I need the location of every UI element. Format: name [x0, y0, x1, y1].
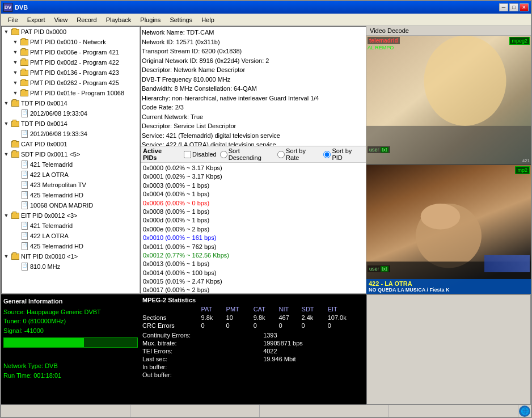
video-image-1	[366, 36, 531, 164]
tree-item-eit-425[interactable]: 📄 425 Telemadrid HD	[2, 241, 140, 251]
pid-row-14: 0x0017 (0.00% ~ 2 bps)	[143, 286, 364, 293]
run-time-line: Run Time: 001:18:01	[3, 371, 138, 381]
out-buffer-value	[263, 371, 364, 378]
sections-eit: 107.0k	[328, 314, 364, 322]
pid-row-12: 0x0014 (0.00% ~ 100 bps)	[143, 269, 364, 277]
menu-record[interactable]: Record	[72, 15, 101, 24]
tree-item-sdt-422[interactable]: 📄 422 LA OTRA	[2, 170, 140, 180]
maximize-button[interactable]: □	[509, 3, 518, 11]
video-bg-1	[366, 36, 531, 164]
tree-item-eit-422[interactable]: 📄 422 LA OTRA	[2, 231, 140, 241]
tree-item-nit-810[interactable]: 📄 810.0 MHz	[2, 261, 140, 272]
disabled-checkbox[interactable]	[184, 151, 191, 158]
svg-point-5	[421, 204, 461, 229]
sections-sdt: 2.4k	[302, 314, 328, 322]
mux-bitrate-value: 19905871 bps	[263, 340, 364, 347]
bottom-right	[366, 294, 531, 404]
col-sdt: SDT	[302, 306, 328, 314]
info-line-3: Original Network ID: 8916 (0x22d4) Versi…	[142, 56, 365, 66]
col-eit: EIT	[328, 306, 364, 314]
disabled-radio-label[interactable]: Disabled	[184, 151, 217, 158]
menu-file[interactable]: File	[3, 15, 23, 24]
right-panel: Video Decode	[366, 26, 531, 294]
menubar: File Export View Record Playback Plugins…	[1, 14, 531, 26]
tree-item-pmt-425[interactable]: ▼ PMT PID 0x0262 - Program 425	[2, 78, 140, 88]
stats-table: PAT PMT CAT NIT SDT EIT Sections 9.8k 10…	[142, 306, 364, 330]
mpeg2-stats: MPEG-2 Statistics PAT PMT CAT NIT SDT EI…	[140, 294, 366, 404]
tree-item-sdt-421[interactable]: 📄 421 Telemadrid	[2, 159, 140, 170]
tree-item-pmt-421[interactable]: ▼ PMT PID 0x006e - Program 421	[2, 47, 140, 57]
channel-name-1: telemadrid	[368, 37, 400, 44]
menu-help[interactable]: Help	[197, 15, 219, 24]
subtitle-1: AL REMPO	[368, 45, 394, 50]
sort-by-rate-input[interactable]	[277, 151, 285, 158]
status-seg-5: 🌐	[518, 405, 531, 417]
crc-label: CRC Errors	[142, 322, 201, 330]
tree-item-pmt-423[interactable]: ▼ PMT PID 0x0136 - Program 423	[2, 67, 140, 78]
channel-num-2: 422 - LA OTRA	[369, 280, 529, 287]
last-sec-label: Last sec:	[142, 356, 252, 362]
info-line-0: Network Name: TDT-CAM	[142, 28, 365, 37]
video-slot-1: mpeg2 telemadrid AL REMPO user txt 421	[366, 36, 531, 165]
active-pids-section: Active PIDs Disabled Sort Descending Sor…	[141, 146, 366, 293]
status-seg-1	[1, 405, 130, 417]
tree-item-cat[interactable]: CAT PID 0x0001	[2, 139, 140, 149]
tree-item-eit[interactable]: ▼ EIT PID 0x0012 <3>	[2, 210, 140, 221]
crc-sdt: 0	[302, 322, 328, 330]
in-buffer-value	[263, 364, 364, 370]
signal-bar	[4, 338, 84, 347]
menu-plugins[interactable]: Plugins	[136, 15, 165, 24]
tree-item-pmt-422[interactable]: ▼ PMT PID 0x00d2 - Program 422	[2, 57, 140, 67]
main-content: ▼ PAT PID 0x0000 ▼ PMT PID 0x0010 - Netw…	[1, 26, 531, 294]
tree-item-tdt1[interactable]: ▼ TDT PID 0x0014	[2, 98, 140, 108]
sort-by-pid-input[interactable]	[323, 151, 331, 158]
tree-item-tdt2-time[interactable]: 📄 2012/06/08 19:33:34	[2, 129, 140, 139]
user-label-2: user txt	[368, 265, 390, 272]
col-pat: PAT	[201, 306, 226, 314]
menu-settings[interactable]: Settings	[165, 15, 197, 24]
tree-item-sdt-425[interactable]: 📄 425 Telemadrid HD	[2, 190, 140, 200]
minimize-button[interactable]: ─	[499, 3, 508, 11]
tree-item-nit[interactable]: ▼ NIT PID 0x0010 <1>	[2, 251, 140, 261]
info-line-4: Descriptor: Network Name Descriptor	[142, 65, 365, 75]
signal-bar-container	[3, 337, 138, 348]
tree-item-sdt-10068[interactable]: 📄 10068 ONDA MADRID	[2, 200, 140, 210]
crc-cat: 0	[254, 322, 279, 330]
pid-row-8: 0x0010 (0.00% ~ 161 bps)	[143, 234, 364, 242]
tree-item-pmt-10068[interactable]: ▼ PMT PID 0x01fe - Program 10068	[2, 88, 140, 98]
tree-item-pmt-network[interactable]: ▼ PMT PID 0x0010 - Network	[2, 37, 140, 47]
user-label-1: user txt	[368, 146, 390, 153]
video-decode-header: Video Decode	[366, 26, 531, 36]
overlay-image	[484, 255, 530, 272]
sections-cat: 9.8k	[254, 314, 279, 322]
sort-descending-radio[interactable]: Sort Descending	[220, 147, 274, 161]
close-button[interactable]: ✕	[520, 3, 529, 11]
app-icon: DV	[3, 3, 12, 12]
mpeg2-stats-title: MPEG-2 Statistics	[142, 297, 364, 303]
mpeg2-badge-1: mpeg2	[509, 37, 530, 45]
tree-item-tdt2[interactable]: ▼ TDT PID 0x0014	[2, 119, 140, 129]
out-buffer-label: Out buffer:	[142, 371, 252, 378]
tree-item-sdt-423[interactable]: 📄 423 Metropolitan TV	[2, 180, 140, 190]
tree-item-tdt1-time[interactable]: 📄 2012/06/08 19:33:04	[2, 108, 140, 119]
continuity-value: 1393	[263, 332, 364, 339]
tei-value: 4022	[263, 348, 364, 354]
menu-playback[interactable]: Playback	[102, 15, 136, 24]
network-type-line: Network Type: DVB	[3, 361, 138, 371]
tree-item-sdt[interactable]: ▼ SDT PID 0x0011 <5>	[2, 149, 140, 159]
pid-row-5: 0x0008 (0.00% ~ 1 bps)	[143, 208, 364, 216]
crc-pmt: 0	[226, 322, 254, 330]
info-line-11: Service: 421 (Telemadrid) digital televi…	[142, 131, 365, 141]
menu-view[interactable]: View	[50, 15, 73, 24]
tree-item-eit-421[interactable]: 📄 421 Telemadrid	[2, 221, 140, 231]
menu-export[interactable]: Export	[23, 15, 50, 24]
source-line: Source: Hauppauge Generic DVBT	[3, 307, 138, 317]
pid-row-1: 0x0001 (0.02% ~ 3.17 Kbps)	[143, 172, 364, 181]
info-line-5: DVB-T Frequency 810.000 MHz	[142, 75, 365, 85]
sort-by-pid-radio[interactable]: Sort by PID	[323, 147, 364, 161]
pid-row-3: 0x0004 (0.00% ~ 1 bps)	[143, 190, 364, 199]
sort-by-rate-radio[interactable]: Sort by Rate	[277, 147, 320, 161]
sort-descending-input[interactable]	[220, 151, 227, 158]
tree-item-pat[interactable]: ▼ PAT PID 0x0000	[2, 27, 140, 37]
col-cat: CAT	[254, 306, 279, 314]
